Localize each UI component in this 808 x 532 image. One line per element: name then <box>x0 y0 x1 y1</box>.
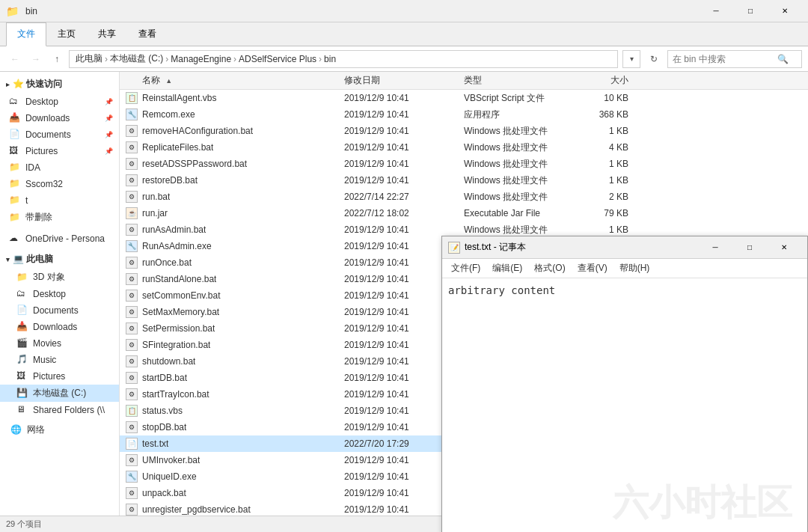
forward-button[interactable]: → <box>27 50 45 68</box>
breadcrumb-dropdown[interactable]: ▾ <box>622 50 640 68</box>
breadcrumb-part: ADSelfService Plus <box>239 54 316 64</box>
table-row[interactable]: ⚙ restoreDB.bat 2019/12/9 10:41 Windows … <box>120 172 808 189</box>
sidebar-item-label: 带删除 <box>25 211 52 224</box>
sidebar-item-label: Documents <box>25 129 71 140</box>
sidebar-item-desktop-quick[interactable]: 🗂 Desktop 📌 <box>0 94 119 110</box>
up-button[interactable]: ↑ <box>48 50 66 68</box>
col-name-header[interactable]: 名称 ▲ <box>120 74 344 87</box>
file-type: VBScript Script 文件 <box>464 92 584 105</box>
refresh-button[interactable]: ↻ <box>643 50 664 68</box>
sidebar-item-label: t <box>25 195 28 206</box>
sidebar-item-music[interactable]: 🎵 Music <box>0 352 119 368</box>
file-header: 名称 ▲ 修改日期 类型 大小 <box>120 72 808 90</box>
back-button[interactable]: ← <box>6 50 24 68</box>
file-icon: ⚙ <box>126 174 138 186</box>
file-icon: ⚙ <box>126 224 138 236</box>
sidebar-item-movies[interactable]: 🎬 Movies <box>0 335 119 352</box>
file-icon: ⚙ <box>126 372 138 384</box>
notepad-menu-file[interactable]: 文件(F) <box>445 260 486 276</box>
sidebar-item-label: Music <box>33 355 56 365</box>
search-input[interactable] <box>673 54 777 64</box>
sidebar-item-t[interactable]: 📁 t <box>0 192 119 209</box>
file-size: 10 KB <box>584 93 643 103</box>
tab-file[interactable]: 文件 <box>6 22 46 46</box>
folder-icon: 📄 <box>9 129 21 141</box>
sidebar-item-3d[interactable]: 📁 3D 对象 <box>0 269 119 286</box>
file-name: SetPermission.bat <box>142 323 215 334</box>
sidebar-item-ida[interactable]: 📁 IDA <box>0 159 119 176</box>
col-size-header[interactable]: 大小 <box>584 74 643 87</box>
sidebar-item-documents-quick[interactable]: 📄 Documents 📌 <box>0 126 119 143</box>
table-row[interactable]: 📋 ReinstallAgent.vbs 2019/12/9 10:41 VBS… <box>120 90 808 106</box>
table-row[interactable]: ⚙ run.bat 2022/7/14 22:27 Windows 批处理文件 … <box>120 189 808 205</box>
notepad-menu-format[interactable]: 格式(O) <box>528 260 571 276</box>
search-icon: 🔍 <box>777 54 789 64</box>
file-icon: ⚙ <box>126 487 138 499</box>
col-type-header[interactable]: 类型 <box>464 74 584 87</box>
network-icon: 🖥 <box>16 404 28 416</box>
sidebar-item-documents-pc[interactable]: 📄 Documents <box>0 302 119 319</box>
sidebar-item-shared-folders[interactable]: 🖥 Shared Folders (\\ <box>0 402 119 418</box>
search-box[interactable]: 🔍 <box>667 50 802 68</box>
folder-icon: 📁 <box>9 195 21 207</box>
sidebar-item-label: 3D 对象 <box>33 271 65 284</box>
file-size: 1 KB <box>584 126 643 136</box>
minimize-button[interactable]: ─ <box>699 0 733 22</box>
close-button[interactable]: ✕ <box>768 0 802 22</box>
sidebar-item-downloads-quick[interactable]: 📥 Downloads 📌 <box>0 110 119 126</box>
breadcrumb[interactable]: 此电脑 › 本地磁盘 (C:) › ManageEngine › ADSelfS… <box>69 50 618 68</box>
notepad-menu-edit[interactable]: 编辑(E) <box>486 260 528 276</box>
notepad-menu-help[interactable]: 帮助(H) <box>613 260 656 276</box>
file-date: 2019/12/9 10:41 <box>344 126 464 136</box>
sidebar-item-label: Shared Folders (\\ <box>33 405 105 415</box>
notepad-minimize[interactable]: ─ <box>698 236 732 259</box>
notepad-close[interactable]: ✕ <box>767 236 801 259</box>
file-icon: ⚙ <box>126 504 138 516</box>
col-date-header[interactable]: 修改日期 <box>344 74 464 87</box>
file-icon: ⚙ <box>126 158 138 170</box>
sidebar-item-pictures-pc[interactable]: 🖼 Pictures <box>0 368 119 385</box>
sidebar-item-label: 网络 <box>27 424 45 436</box>
file-type: 应用程序 <box>464 108 584 121</box>
sidebar-item-label: Downloads <box>33 322 77 332</box>
sidebar-item-downloads-pc[interactable]: 📥 Downloads <box>0 319 119 335</box>
tab-share[interactable]: 共享 <box>87 22 127 46</box>
file-icon: ⚙ <box>126 454 138 466</box>
notepad-maximize[interactable]: □ <box>732 236 767 259</box>
breadcrumb-part: ManageEngine <box>171 54 231 64</box>
network-icon: 🌐 <box>10 424 22 436</box>
table-row[interactable]: ⚙ ReplicateFiles.bat 2019/12/9 10:41 Win… <box>120 139 808 156</box>
nav-bar: ← → ↑ 此电脑 › 本地磁盘 (C:) › ManageEngine › A… <box>0 46 808 72</box>
folder-icon: 🎬 <box>16 337 28 349</box>
breadcrumb-part: 本地磁盘 (C:) <box>110 52 163 65</box>
table-row[interactable]: 🔧 Remcom.exe 2019/12/9 10:41 应用程序 368 KB <box>120 106 808 123</box>
sidebar-item-pictures-quick[interactable]: 🖼 Pictures 📌 <box>0 143 119 159</box>
table-row[interactable]: ⚙ removeHAConfiguration.bat 2019/12/9 10… <box>120 123 808 139</box>
sidebar-item-network[interactable]: 🌐 网络 <box>0 421 119 438</box>
notepad-menu-view[interactable]: 查看(V) <box>572 260 613 276</box>
file-date: 2022/7/14 22:27 <box>344 192 464 202</box>
maximize-button[interactable]: □ <box>733 0 768 22</box>
sidebar-item-label: Pictures <box>33 371 65 382</box>
file-icon: ⚙ <box>126 273 138 285</box>
thispc-header[interactable]: ▾ 💻 此电脑 <box>0 250 119 269</box>
file-type: Windows 批处理文件 <box>464 141 584 154</box>
file-icon: ⚙ <box>126 290 138 302</box>
file-name: resetADSSPPassword.bat <box>142 159 247 169</box>
tab-home[interactable]: 主页 <box>46 22 87 46</box>
sidebar-item-sscom32[interactable]: 📁 Sscom32 <box>0 176 119 192</box>
file-name: startTrayIcon.bat <box>142 389 209 400</box>
sidebar-item-onedrive[interactable]: ☁ OneDrive - Persona <box>0 230 119 247</box>
table-row[interactable]: ⚙ resetADSSPPassword.bat 2019/12/9 10:41… <box>120 156 808 172</box>
sidebar-item-delet[interactable]: 📁 带删除 <box>0 209 119 226</box>
notepad-window[interactable]: 📝 test.txt - 记事本 ─ □ ✕ 文件(F) 编辑(E) 格式(O)… <box>441 236 808 532</box>
file-date: 2019/12/9 10:41 <box>344 109 464 120</box>
tab-view[interactable]: 查看 <box>127 22 168 46</box>
quick-access-header[interactable]: ▸ ⭐ 快速访问 <box>0 75 119 94</box>
file-name: status.vbs <box>142 406 183 416</box>
drive-icon: 💾 <box>16 388 28 400</box>
table-row[interactable]: ☕ run.jar 2022/7/12 18:02 Executable Jar… <box>120 205 808 221</box>
sidebar-item-desktop-pc[interactable]: 🗂 Desktop <box>0 286 119 302</box>
notepad-content[interactable]: arbitrary content <box>442 278 807 532</box>
sidebar-item-local-disk[interactable]: 💾 本地磁盘 (C:) <box>0 385 119 402</box>
